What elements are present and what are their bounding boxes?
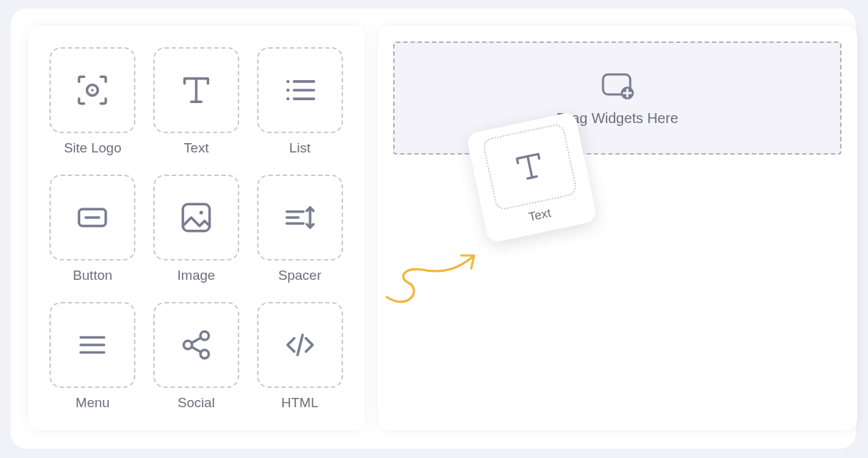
widget-box — [257, 47, 343, 133]
widget-label: Spacer — [279, 268, 322, 283]
dragging-widget-preview[interactable]: Text — [466, 112, 597, 244]
widget-spacer[interactable]: Spacer — [255, 175, 344, 283]
image-icon — [176, 198, 216, 238]
svg-line-24 — [297, 335, 302, 355]
text-icon — [176, 70, 216, 110]
button-icon — [72, 198, 112, 238]
widget-label: Site Logo — [64, 140, 121, 156]
widget-label: Button — [73, 268, 112, 283]
widget-label: Text — [527, 206, 552, 225]
drop-zone[interactable]: Drag Widgets Here — [393, 42, 842, 155]
svg-point-1 — [92, 89, 95, 92]
svg-point-3 — [286, 89, 289, 92]
widget-grid: Site Logo Text — [48, 47, 344, 411]
share-icon — [176, 325, 216, 365]
widget-list[interactable]: List — [255, 47, 344, 156]
widget-box — [481, 122, 578, 211]
spacer-icon — [280, 198, 320, 238]
list-icon — [279, 69, 321, 111]
widget-box — [153, 47, 239, 133]
widget-social[interactable]: Social — [152, 302, 241, 411]
drop-panel: Drag Widgets Here — [377, 26, 857, 430]
widget-site-logo[interactable]: Site Logo — [48, 47, 138, 156]
widget-box — [257, 302, 343, 388]
menu-icon — [72, 325, 112, 365]
widget-label: List — [289, 140, 311, 156]
widgets-panel: Site Logo Text — [28, 26, 365, 430]
svg-point-11 — [199, 210, 203, 214]
svg-rect-10 — [183, 204, 209, 230]
svg-point-2 — [286, 80, 289, 83]
code-icon — [280, 325, 320, 365]
site-logo-icon — [72, 70, 112, 110]
widget-box — [49, 175, 135, 260]
page-canvas: Site Logo Text — [11, 9, 856, 449]
text-icon — [508, 145, 552, 189]
widget-button[interactable]: Button — [48, 175, 138, 283]
add-rect-icon — [597, 70, 637, 104]
widget-box — [49, 302, 135, 388]
widget-label: Text — [184, 140, 209, 156]
widget-box — [153, 302, 239, 388]
svg-line-23 — [191, 347, 201, 352]
svg-line-22 — [191, 338, 201, 343]
widget-label: Image — [178, 268, 216, 283]
widget-label: Social — [178, 395, 215, 411]
widget-text[interactable]: Text — [152, 47, 241, 156]
widget-box — [257, 175, 343, 260]
widget-html[interactable]: HTML — [255, 302, 344, 411]
widget-box — [49, 47, 135, 133]
widget-box — [153, 175, 239, 260]
widget-label: Menu — [76, 395, 110, 411]
widget-menu[interactable]: Menu — [48, 302, 138, 411]
widget-label: HTML — [281, 395, 319, 411]
widget-image[interactable]: Image — [152, 175, 241, 283]
svg-point-4 — [286, 97, 289, 100]
